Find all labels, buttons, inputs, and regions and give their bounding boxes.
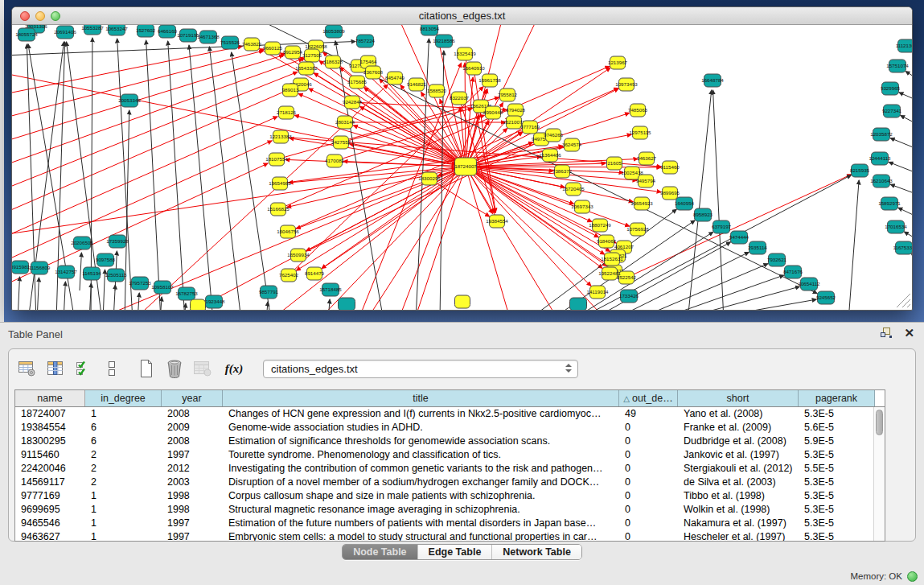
graph-edge-black[interactable] xyxy=(890,138,912,152)
graph-node[interactable]: 9899695 xyxy=(660,187,680,200)
graph-edge-black[interactable] xyxy=(654,275,784,310)
graph-node[interactable]: 9329965 xyxy=(881,82,901,95)
close-panel-icon[interactable]: ✕ xyxy=(904,328,914,339)
graph-edge-red[interactable] xyxy=(12,72,298,192)
graph-node[interactable]: 9746266 xyxy=(544,129,564,142)
float-panel-icon[interactable] xyxy=(881,328,893,339)
graph-node[interactable]: 7515526 xyxy=(220,36,240,49)
graph-node[interactable]: 13142757 xyxy=(55,266,77,278)
graph-node[interactable] xyxy=(339,298,355,310)
column-header-title[interactable]: title xyxy=(223,390,619,406)
column-header-out_de[interactable]: △out_de… xyxy=(619,390,678,406)
graph-edge-black[interactable] xyxy=(898,208,912,220)
graph-node[interactable]: 2427552 xyxy=(331,136,351,149)
graph-edge-red[interactable] xyxy=(287,167,466,208)
row-select-icon[interactable] xyxy=(73,357,94,380)
graph-node[interactable]: 9242844 xyxy=(343,96,363,109)
table-row[interactable]: 2242004622012Investigating the contribut… xyxy=(15,462,885,476)
graph-edge-black[interactable] xyxy=(146,40,161,310)
graph-node[interactable]: 13325419 xyxy=(454,47,476,60)
graph-node[interactable]: 7625402 xyxy=(279,269,299,282)
tab-node-table[interactable]: Node Table xyxy=(343,545,417,559)
graph-node[interactable]: 18724007 xyxy=(454,158,477,175)
graph-node[interactable]: 8322037 xyxy=(450,92,470,105)
graph-node[interactable]: 9245652 xyxy=(816,291,836,304)
column-header-year[interactable]: year xyxy=(162,390,223,406)
graph-node[interactable]: 10654112 xyxy=(798,278,820,290)
graph-node[interactable]: 17016534 xyxy=(885,220,907,233)
graph-node[interactable]: 12035872 xyxy=(870,128,893,141)
graph-node[interactable]: 10958107 xyxy=(151,281,174,294)
graph-node[interactable] xyxy=(191,299,206,310)
graph-node[interactable]: 9463627 xyxy=(637,152,657,165)
graph-edge-black[interactable] xyxy=(37,278,39,310)
graph-node[interactable]: 9184067 xyxy=(597,235,617,248)
graph-node[interactable]: 9097588 xyxy=(96,253,116,266)
graph-edge-red[interactable] xyxy=(12,168,456,236)
graph-node[interactable]: 14671368 xyxy=(197,31,220,43)
graph-edge-black[interactable] xyxy=(899,93,912,104)
tab-edge-table[interactable]: Edge Table xyxy=(417,545,492,559)
graph-node[interactable]: 7932621 xyxy=(767,253,787,266)
graph-node[interactable]: 9495794 xyxy=(636,175,656,187)
graph-node[interactable]: 20691406 xyxy=(54,26,76,39)
graph-edge-black[interactable] xyxy=(138,293,139,310)
graph-node[interactable]: 9474444 xyxy=(729,231,749,244)
table-row[interactable]: 1938455462009Genome-wide association stu… xyxy=(15,421,885,435)
graph-node[interactable]: 16961758 xyxy=(478,74,501,87)
graph-node[interactable]: 18107554 xyxy=(265,153,288,166)
graph-node[interactable]: 11675338 xyxy=(893,241,912,254)
graph-node[interactable]: 7463822 xyxy=(242,38,262,51)
graph-node[interactable]: 12213383 xyxy=(269,130,292,143)
graph-node[interactable]: 15166825 xyxy=(267,203,290,216)
tab-network-table[interactable]: Network Table xyxy=(491,545,581,559)
resize-grip-icon[interactable] xyxy=(907,304,910,307)
resize-grip-icon[interactable] xyxy=(897,294,910,307)
graph-node[interactable]: 18807249 xyxy=(589,219,611,232)
table-row[interactable]: 969969511998Structural magnetic resonanc… xyxy=(15,503,885,517)
table-scrollbar[interactable] xyxy=(873,407,885,541)
table-row[interactable]: 1872400712008Changes of HCN gene express… xyxy=(15,407,885,421)
graph-node[interactable]: 10553287 xyxy=(81,25,104,35)
graph-node[interactable]: 16640910 xyxy=(462,62,485,75)
graph-node[interactable]: 12505113 xyxy=(105,269,127,282)
graph-node[interactable]: 14119014 xyxy=(586,286,609,299)
graph-node[interactable]: 4170082 xyxy=(325,154,345,167)
graph-node[interactable]: 9115460 xyxy=(660,161,680,174)
graph-node[interactable]: 11923448 xyxy=(203,295,225,308)
graph-node[interactable]: 8914479 xyxy=(305,267,325,280)
graph-node[interactable]: 15892971 xyxy=(878,197,901,210)
graph-node[interactable]: 7485063 xyxy=(628,104,648,117)
graph-node[interactable]: 1213967 xyxy=(608,56,628,69)
graph-edge-black[interactable] xyxy=(673,286,799,310)
graph-edge-black[interactable] xyxy=(168,41,185,310)
graph-node[interactable]: 9660125 xyxy=(263,42,283,55)
table-row[interactable]: 977716911998Corpus callosum shape and si… xyxy=(15,489,885,503)
column-header-in_degree[interactable]: in_degree xyxy=(85,390,162,406)
graph-edge-red[interactable] xyxy=(12,163,268,289)
graph-node[interactable]: 16720405 xyxy=(562,183,585,196)
graph-node[interactable]: 11121304 xyxy=(896,39,912,52)
minimize-window-button[interactable] xyxy=(35,11,45,21)
graph-node[interactable] xyxy=(455,295,470,308)
graph-edge-black[interactable] xyxy=(80,253,81,290)
graph-node[interactable]: 16648784 xyxy=(701,74,724,87)
graph-node[interactable]: 19654985 xyxy=(269,177,291,190)
graph-edge-red[interactable] xyxy=(12,59,303,168)
graph-node[interactable]: 2935114 xyxy=(748,241,767,254)
delete-table-icon[interactable] xyxy=(164,357,185,380)
graph-node[interactable]: 9777169 xyxy=(520,121,540,134)
graph-node[interactable]: 8215935 xyxy=(850,164,870,177)
graph-edge-black[interactable] xyxy=(633,264,768,310)
close-window-button[interactable] xyxy=(20,11,30,21)
memory-status-icon[interactable] xyxy=(907,571,918,582)
graph-node[interactable]: 10697343 xyxy=(571,200,593,213)
graph-node[interactable]: 8186328 xyxy=(323,56,343,68)
graph-node[interactable]: 3624574 xyxy=(562,138,582,151)
graph-node[interactable]: 3915981 xyxy=(12,261,31,274)
graph-node[interactable]: 20053346 xyxy=(118,94,141,107)
graph-edge-black[interactable] xyxy=(848,180,859,310)
graph-node[interactable]: 7386372 xyxy=(552,165,573,178)
graph-node[interactable]: 10719195 xyxy=(177,29,199,42)
graph-node[interactable] xyxy=(570,298,587,310)
